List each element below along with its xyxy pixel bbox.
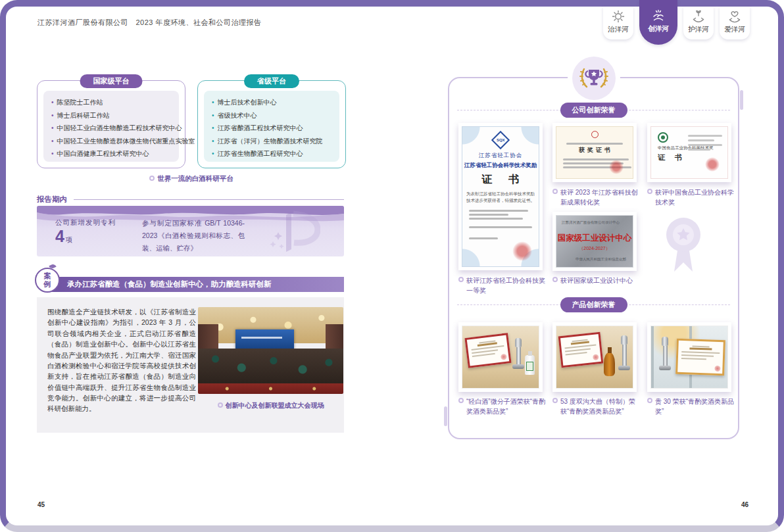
tab-chuang-yanghe[interactable]: 创洋河 (639, 0, 677, 45)
divider-line (74, 199, 344, 200)
award-ribbon-icon (658, 215, 712, 273)
report-spread: 江苏洋河酒厂股份有限公司 2023 年度环境、社会和公司治理报告 治洋河 创洋河 (0, 0, 784, 532)
gear-icon (611, 9, 625, 24)
case-content: 围绕酿造全产业链技术研发，以《江苏省制造业创新中心建设指南》为指引，2023 年… (37, 297, 344, 433)
hands-plant-icon (691, 9, 706, 24)
photo-carpet (198, 383, 343, 394)
tab-label: 护洋河 (688, 25, 709, 34)
list-item: 江苏省（洋河）生物酿酒技术研究院 (212, 135, 333, 148)
fine-print (688, 144, 722, 146)
fine-print (469, 218, 523, 220)
tab-label: 爱洋河 (724, 25, 745, 34)
fine-print (688, 139, 714, 141)
product-caption: 贵 30 荣获“青酌奖酒类新品奖” (647, 397, 734, 416)
daqu-bottle (604, 352, 615, 376)
case-body-text: 围绕酿造全产业链技术研发，以《江苏省制造业创新中心建设指南》为指引，2023 年… (47, 306, 196, 414)
award-certificate (464, 333, 511, 368)
patent-banner: 公司新增发明专利 4项 参与制定国家标准 GB/T 10346-2023《白酒检… (37, 206, 344, 256)
green-emblem-icon (658, 132, 668, 143)
case-title: 承办江苏省酿造（食品）制造业创新中心，助力酿造科研创新 (47, 277, 344, 292)
award-certificate (558, 332, 604, 368)
standard-text: 参与制定国家标准 GB/T 10346-2023《白酒检验规则和标志、包装、运输… (142, 217, 245, 254)
list-item: 江苏省生物酿酒工程研究中心 (212, 147, 333, 160)
honor-caption: 获评中国食品工业协会科学技术奖 (647, 187, 734, 207)
product-honors-title: 产品创新荣誉 (560, 297, 627, 312)
trophy-statuette (618, 335, 630, 370)
ring-icon (458, 398, 464, 403)
patent-stat: 公司新增发明专利 4项 (55, 218, 116, 246)
certificate-light-industry: SQX 江苏省轻工协会 江苏省轻工协会科学技术奖励 证 书 为表彰江苏省轻工协会… (458, 123, 543, 270)
list-item: 陈坚院士工作站 (51, 96, 172, 109)
tab-label: 创洋河 (648, 24, 669, 34)
page-number-right: 46 (741, 501, 748, 508)
honors-panel: 公司创新荣誉 SQX 江苏省轻工协会 江苏省轻工协会科学技术奖励 证 书 为表彰… (448, 77, 739, 439)
tab-label: 治洋河 (608, 25, 629, 34)
ring-icon (149, 176, 155, 181)
panel-decoration (444, 406, 447, 426)
ring-icon (647, 398, 652, 403)
tab-zhi-yanghe[interactable]: 治洋河 (603, 7, 633, 39)
tab-ai-yanghe[interactable]: 爱洋河 (720, 7, 750, 39)
hands-heart-icon (727, 9, 742, 24)
hands-clap-icon (651, 9, 666, 23)
red-emblem-icon (591, 131, 599, 138)
tab-hu-yanghe[interactable]: 护洋河 (683, 7, 714, 39)
platforms-caption: 世界一流的白酒科研平台 (37, 174, 346, 183)
award-certificate (675, 339, 725, 376)
certificate-sci-innovation: 获奖证书 (552, 123, 637, 182)
report-period-header: 报告期内 (37, 195, 344, 205)
red-seal (512, 241, 532, 261)
product-caption: 53 度双沟大曲（特制）荣获“青酌奖酒类新品奖” (552, 397, 639, 416)
patent-stat-value: 4 (55, 227, 64, 245)
trophy-icon (572, 57, 616, 100)
honor-caption: 获评江苏省轻工协会科技奖一等奖 (458, 276, 551, 295)
provincial-platform-box: 省级平台 博士后技术创新中心 省级技术中心 江苏省酿酒工程技术研究中心 江苏省（… (197, 80, 346, 168)
product-caption: “轻白酒”微分子酒荣获“青酌奖酒类新品奖” (458, 397, 545, 416)
certificate-food-industry: 中国食品工业协会科学技术奖 证 书 (647, 123, 731, 182)
fine-print-block (688, 132, 722, 151)
list-item: 博士后科研工作站 (51, 109, 172, 122)
trophy-statuette (512, 338, 524, 369)
ring-icon (552, 189, 558, 194)
page-number-left: 45 (37, 501, 45, 508)
photo-caption: 创新中心及创新联盟成立大会现场 (198, 401, 343, 410)
fine-print (469, 210, 528, 212)
product-photo-gui30 (647, 322, 731, 392)
ring-icon (552, 277, 558, 282)
fine-print (469, 226, 532, 228)
list-item: 中国白酒健康工程技术研究中心 (51, 147, 172, 160)
honor-caption: 获评 2023 年江苏省科技创新成果转化奖 (552, 187, 639, 207)
patent-logo-watermark (264, 210, 320, 253)
national-platform-title: 国家级平台 (80, 74, 143, 88)
company-honors-title: 公司创新荣誉 (560, 103, 627, 118)
list-item: 省级技术中心 (212, 109, 333, 122)
plaque-design-center: 江苏洋河酒厂股份有限公司设计中心 国家级工业设计中心 （2024-2027） 中… (552, 212, 637, 271)
patent-stat-unit: 项 (66, 236, 72, 243)
fine-print (566, 143, 623, 145)
list-item: 江苏省酿酒工程技术研究中心 (212, 122, 333, 135)
red-seal (609, 160, 624, 174)
red-seal (705, 157, 720, 172)
national-platform-box: 国家级平台 陈坚院士工作站 博士后科研工作站 中国轻工业白酒生物酿造工程技术研究… (37, 80, 185, 168)
case-badge: 案例 (35, 268, 60, 293)
report-header-title: 江苏洋河酒厂股份有限公司 2023 年度环境、社会和公司治理报告 (37, 18, 262, 28)
chapter-nav: 治洋河 创洋河 护洋河 (603, 0, 750, 45)
sqx-logo-icon: SQX (491, 131, 510, 149)
product-photo-qingbaijiu (458, 322, 543, 392)
weifenzi-bottle (525, 355, 535, 375)
photo-audience (198, 349, 343, 383)
trophy-statuette (659, 337, 671, 370)
fine-print (469, 237, 498, 239)
conference-photo (198, 307, 343, 394)
national-platform-list: 陈坚院士工作站 博士后科研工作站 中国轻工业白酒生物酿造工程技术研究中心 中国轻… (43, 91, 179, 162)
ring-icon (458, 277, 464, 282)
provincial-platform-title: 省级平台 (244, 74, 299, 88)
honor-caption: 获评国家级工业设计中心 (552, 276, 639, 285)
ring-icon (552, 398, 558, 403)
product-photo-shuanggou (552, 322, 637, 392)
fine-print (469, 214, 508, 216)
provincial-platform-list: 博士后技术创新中心 省级技术中心 江苏省酿酒工程技术研究中心 江苏省（洋河）生物… (204, 91, 339, 162)
fine-print (688, 149, 710, 151)
list-item: 博士后技术创新中心 (212, 96, 333, 109)
fine-print (688, 135, 722, 137)
